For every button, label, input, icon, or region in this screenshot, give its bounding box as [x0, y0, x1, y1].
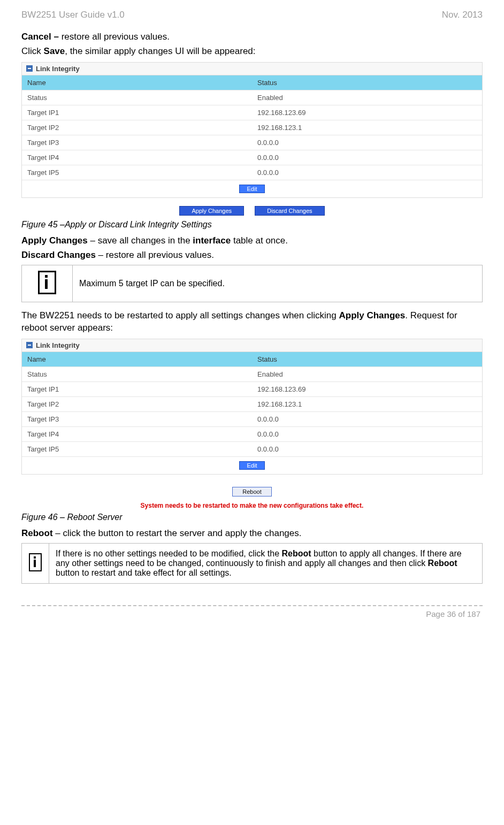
edit-button[interactable]: Edit	[239, 461, 265, 470]
apply-discard-bar: Apply Changes Discard Changes	[21, 205, 483, 216]
panel-footer: Edit	[22, 180, 482, 197]
info-text: If there is no other settings needed to …	[49, 543, 483, 583]
page-number: Page 36 of 187	[21, 609, 483, 618]
panel-header-row: Name Status	[22, 352, 482, 366]
table-row: StatusEnabled	[22, 90, 482, 105]
table-row: Target IP50.0.0.0	[22, 441, 482, 456]
table-row: Target IP40.0.0.0	[22, 150, 482, 165]
col-status: Status	[252, 352, 482, 366]
save-label: Save	[44, 46, 65, 56]
figure-46-caption: Figure 46 – Reboot Server	[21, 513, 483, 522]
apply-changes-desc: Apply Changes – save all changes in the …	[21, 235, 483, 247]
table-row: Target IP1192.168.123.69	[22, 381, 482, 396]
reboot-bar: Reboot	[21, 486, 483, 496]
info-icon	[29, 553, 42, 571]
table-row: Target IP2192.168.123.1	[22, 120, 482, 135]
doc-title: BW2251 User Guide v1.0	[21, 10, 125, 20]
restart-warning: System needs to be restarted to make the…	[21, 502, 483, 509]
collapse-icon[interactable]	[26, 65, 33, 72]
click-save-desc: Click Save, the similar apply changes UI…	[21, 45, 483, 58]
col-status: Status	[252, 75, 482, 90]
col-name: Name	[22, 352, 252, 366]
discard-changes-button[interactable]: Discard Changes	[255, 206, 324, 216]
info-icon	[38, 271, 56, 294]
table-row: Target IP50.0.0.0	[22, 165, 482, 180]
figure-45-caption: Figure 45 –Apply or Discard Link Integri…	[21, 220, 483, 230]
table-row: Target IP1192.168.123.69	[22, 105, 482, 120]
apply-changes-button[interactable]: Apply Changes	[179, 206, 244, 216]
edit-button[interactable]: Edit	[239, 185, 265, 193]
info-icon-cell	[22, 543, 49, 583]
cancel-desc: Cancel – restore all previous values.	[21, 31, 483, 43]
reboot-button[interactable]: Reboot	[232, 487, 271, 496]
doc-header: BW2251 User Guide v1.0 Nov. 2013	[21, 10, 483, 20]
table-row: Target IP30.0.0.0	[22, 135, 482, 150]
panel-title: Link Integrity	[22, 339, 482, 352]
table-row: Target IP2192.168.123.1	[22, 396, 482, 411]
info-note-2: If there is no other settings needed to …	[21, 543, 483, 584]
table-row: Target IP30.0.0.0	[22, 411, 482, 426]
table-row: StatusEnabled	[22, 366, 482, 381]
link-integrity-panel-1: Link Integrity Name Status StatusEnabled…	[21, 62, 483, 198]
footer-separator	[21, 605, 483, 606]
doc-date: Nov. 2013	[442, 10, 483, 20]
info-text: Maximum 5 target IP can be specified.	[73, 265, 483, 302]
panel-header-row: Name Status	[22, 75, 482, 90]
cancel-label: Cancel –	[21, 32, 59, 42]
panel-title: Link Integrity	[22, 63, 482, 75]
panel-footer: Edit	[22, 456, 482, 474]
restart-paragraph: The BW2251 needs to be restarted to appl…	[21, 310, 483, 334]
info-icon-cell	[22, 265, 73, 302]
collapse-icon[interactable]	[26, 342, 33, 348]
link-integrity-panel-2: Link Integrity Name Status StatusEnabled…	[21, 339, 483, 475]
reboot-desc: Reboot – click the button to restart the…	[21, 528, 483, 540]
discard-changes-desc: Discard Changes – restore all previous v…	[21, 249, 483, 262]
table-row: Target IP40.0.0.0	[22, 426, 482, 441]
info-note-1: Maximum 5 target IP can be specified.	[21, 265, 483, 302]
col-name: Name	[22, 75, 252, 90]
